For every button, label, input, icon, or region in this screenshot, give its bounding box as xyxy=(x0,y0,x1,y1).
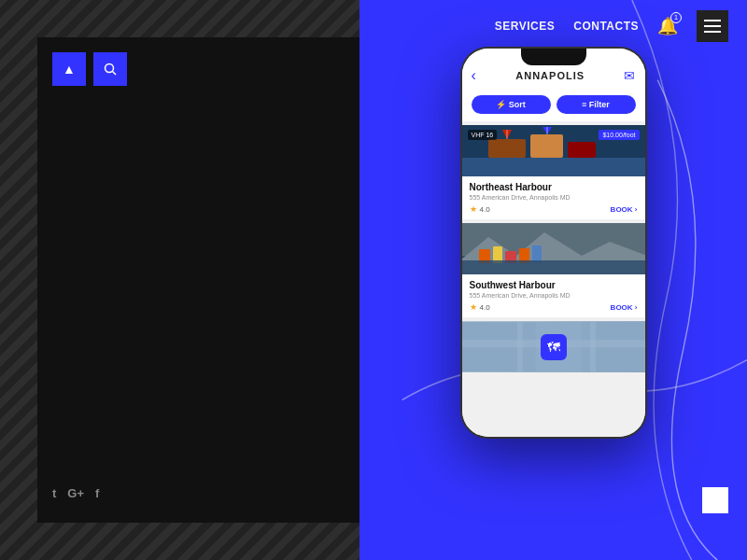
logo-button[interactable]: ▲ xyxy=(52,52,86,86)
search-button[interactable] xyxy=(93,52,127,86)
southwest-book-button[interactable]: BOOK › xyxy=(611,303,638,312)
phone-notch xyxy=(521,49,586,65)
southwest-harbour-info: Southwest Harbour 555 American Drive, An… xyxy=(462,274,645,317)
northeast-rating: ★ 4.0 xyxy=(470,204,490,214)
bell-button[interactable]: 🔔 1 xyxy=(657,16,678,36)
googleplus-icon[interactable]: G+ xyxy=(67,486,84,500)
phone-screen: ‹ ANNAPOLIS ✉ ⚡ Sort ≡ Filter xyxy=(462,49,645,437)
facebook-icon[interactable]: f xyxy=(95,486,99,500)
svg-point-0 xyxy=(106,64,114,73)
hamburger-line-3 xyxy=(704,31,721,33)
svg-rect-22 xyxy=(516,322,522,372)
northeast-harbour-info: Northeast Harbour 555 American Drive, An… xyxy=(462,176,645,219)
southwest-harbour-name: Southwest Harbour xyxy=(470,280,638,290)
northeast-harbour-address: 555 American Drive, Annapolis MD xyxy=(470,194,638,201)
phone-city-title: ANNAPOLIS xyxy=(515,70,585,81)
map-card[interactable]: 🗺 xyxy=(462,321,645,372)
left-footer: t G+ f xyxy=(52,479,345,508)
twitter-icon[interactable]: t xyxy=(52,486,56,500)
northeast-price-badge: $10.00/foot xyxy=(599,130,639,140)
map-pin-icon: 🗺 xyxy=(541,334,567,360)
phone-back-button[interactable]: ‹ xyxy=(472,67,476,84)
southwest-rating: ★ 4.0 xyxy=(470,302,490,312)
phone-frame: ‹ ANNAPOLIS ✉ ⚡ Sort ≡ Filter xyxy=(460,47,647,439)
map-placeholder: 🗺 xyxy=(462,321,645,372)
svg-rect-19 xyxy=(462,260,645,274)
svg-line-1 xyxy=(113,72,117,76)
filter-button[interactable]: ≡ Filter xyxy=(557,95,636,114)
bottom-widget[interactable] xyxy=(702,487,728,513)
harbour-card-southwest: Southwest Harbour 555 American Drive, An… xyxy=(462,223,645,317)
hamburger-line-2 xyxy=(704,25,721,27)
southwest-rating-value: 4.0 xyxy=(480,303,490,312)
northeast-harbour-name: Northeast Harbour xyxy=(470,182,638,192)
left-panel: ▲ t G+ f xyxy=(37,37,359,523)
right-panel: SERVICES CONTACTS 🔔 1 ‹ ANNAPOLIS xyxy=(359,0,747,560)
northeast-rating-value: 4.0 xyxy=(480,205,490,214)
svg-rect-4 xyxy=(488,139,526,158)
top-nav: SERVICES CONTACTS 🔔 1 xyxy=(359,0,747,51)
services-link[interactable]: SERVICES xyxy=(495,20,555,33)
star-icon-2: ★ xyxy=(470,302,477,312)
southwest-harbour-address: 555 American Drive, Annapolis MD xyxy=(470,292,638,299)
left-header: ▲ xyxy=(52,52,345,86)
phone-mail-icon[interactable]: ✉ xyxy=(624,68,635,83)
bell-badge: 1 xyxy=(670,12,682,23)
svg-rect-23 xyxy=(590,322,596,372)
svg-rect-3 xyxy=(462,158,645,176)
hamburger-button[interactable] xyxy=(697,10,728,42)
harbour-card-northeast: VHF 16 $10.00/foot Northeast Harbour 555… xyxy=(462,125,645,219)
northeast-harbour-image: VHF 16 $10.00/foot xyxy=(462,125,645,176)
star-icon: ★ xyxy=(470,204,477,214)
phone-content: VHF 16 $10.00/foot Northeast Harbour 555… xyxy=(462,121,645,437)
svg-rect-6 xyxy=(568,142,596,158)
phone-mockup: ‹ ANNAPOLIS ✉ ⚡ Sort ≡ Filter xyxy=(460,47,647,439)
northeast-vhf-badge: VHF 16 xyxy=(468,130,498,140)
northeast-book-button[interactable]: BOOK › xyxy=(611,205,638,214)
contacts-link[interactable]: CONTACTS xyxy=(573,20,639,33)
svg-rect-5 xyxy=(530,134,563,158)
sort-button[interactable]: ⚡ Sort xyxy=(472,95,551,114)
hamburger-line-1 xyxy=(704,20,721,21)
northeast-harbour-bottom: ★ 4.0 BOOK › xyxy=(470,204,638,214)
main-layout: ▲ t G+ f SERVICES CONTACTS xyxy=(0,0,747,560)
southwest-harbour-image xyxy=(462,223,645,274)
phone-actions: ⚡ Sort ≡ Filter xyxy=(462,90,645,121)
southwest-harbour-bottom: ★ 4.0 BOOK › xyxy=(470,302,638,312)
